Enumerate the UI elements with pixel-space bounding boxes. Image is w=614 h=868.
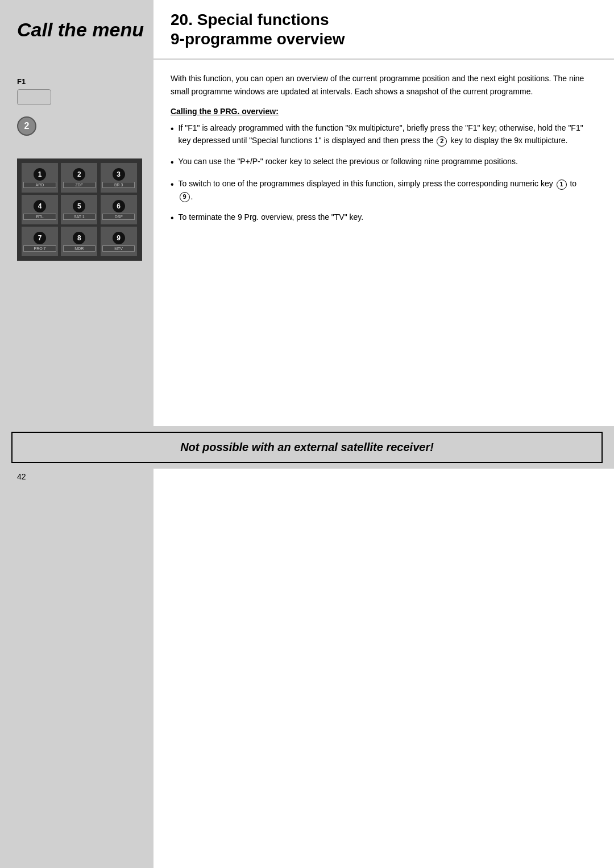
grid-cell-channel: DSF xyxy=(102,214,135,220)
grid-cell-3: 3BR 3 xyxy=(101,163,137,193)
grid-cell-channel: ARD xyxy=(23,182,56,188)
circle-9: 9 xyxy=(180,192,190,202)
grid-cell-number: 7 xyxy=(34,232,46,244)
grid-cell-channel: SAT 1 xyxy=(63,214,96,220)
intro-text: With this function, you can open an over… xyxy=(171,72,591,98)
grid-cell-9: 9MTV xyxy=(101,227,137,256)
grid-cell-6: 6DSF xyxy=(101,195,137,224)
page-number-right xyxy=(154,469,614,487)
grid-cell-channel: ZDF xyxy=(63,182,96,188)
list-item: If "F1" is already programmed with the f… xyxy=(171,122,591,147)
bottom-notice-text: Not possible with an external satellite … xyxy=(180,441,434,453)
list-item: You can use the "P+/P-" rocker key to se… xyxy=(171,155,591,170)
section-subtitle: 9-programme overview xyxy=(171,30,345,48)
nine-picture-grid: 1ARD2ZDF3BR 34RTL5SAT 16DSF7PRO 78MDR9MT… xyxy=(22,163,138,256)
bullet-list: If "F1" is already programmed with the f… xyxy=(171,122,591,226)
grid-cell-number: 9 xyxy=(113,232,125,244)
lower-section xyxy=(0,487,614,868)
grid-cell-channel: BR 3 xyxy=(102,182,135,188)
f1-label: F1 xyxy=(17,77,26,86)
grid-cell-1: 1ARD xyxy=(22,163,58,193)
grid-cell-2: 2ZDF xyxy=(61,163,97,193)
bottom-notice-box: Not possible with an external satellite … xyxy=(11,432,603,463)
left-header: Call the menu xyxy=(0,0,154,60)
header-row: Call the menu 20. Special functions 9-pr… xyxy=(0,0,614,60)
circle-2: 2 xyxy=(437,136,447,147)
page-number: 42 xyxy=(17,472,26,481)
page-number-left: 42 xyxy=(0,469,154,487)
right-column: With this function, you can open an over… xyxy=(154,60,614,426)
section-main-title: Special functions xyxy=(197,11,329,28)
grid-cell-number: 2 xyxy=(73,168,85,181)
calling-header: Calling the 9 PRG. overview: xyxy=(171,107,591,116)
main-content: F1 2 1ARD2ZDF3BR 34RTL5SAT 16DSF7PRO 78M… xyxy=(0,60,614,426)
right-header: 20. Special functions 9-programme overvi… xyxy=(154,0,614,60)
grid-cell-channel: PRO 7 xyxy=(23,245,56,252)
section-title: 20. Special functions 9-programme overvi… xyxy=(171,10,597,48)
grid-cell-4: 4RTL xyxy=(22,195,58,224)
grid-cell-number: 6 xyxy=(113,200,125,212)
section-number: 20. xyxy=(171,11,193,28)
page-number-row: 42 xyxy=(0,469,614,487)
grid-cell-channel: RTL xyxy=(23,214,56,220)
grid-cell-channel: MTV xyxy=(102,245,135,252)
call-the-menu-title: Call the menu xyxy=(17,19,144,40)
grid-cell-channel: MDR xyxy=(63,245,96,252)
grid-cell-number: 4 xyxy=(34,200,46,212)
nine-picture-grid-container: 1ARD2ZDF3BR 34RTL5SAT 16DSF7PRO 78MDR9MT… xyxy=(17,158,142,261)
list-item: To switch to one of the programmes displ… xyxy=(171,177,591,203)
grid-cell-number: 1 xyxy=(34,168,46,181)
lower-left xyxy=(0,487,154,868)
grid-cell-number: 8 xyxy=(73,232,85,244)
step2-circle: 2 xyxy=(17,116,36,136)
lower-right xyxy=(154,487,614,868)
grid-cell-number: 3 xyxy=(113,168,125,181)
circle-1: 1 xyxy=(557,180,567,190)
f1-button xyxy=(17,89,51,105)
bottom-notice-wrapper: Not possible with an external satellite … xyxy=(0,426,614,469)
left-column: F1 2 1ARD2ZDF3BR 34RTL5SAT 16DSF7PRO 78M… xyxy=(0,60,154,426)
grid-cell-5: 5SAT 1 xyxy=(61,195,97,224)
grid-cell-7: 7PRO 7 xyxy=(22,227,58,256)
list-item: To terminate the 9 Prg. overview, press … xyxy=(171,211,591,226)
grid-cell-8: 8MDR xyxy=(61,227,97,256)
page-wrapper: Call the menu 20. Special functions 9-pr… xyxy=(0,0,614,868)
grid-cell-number: 5 xyxy=(73,200,85,212)
